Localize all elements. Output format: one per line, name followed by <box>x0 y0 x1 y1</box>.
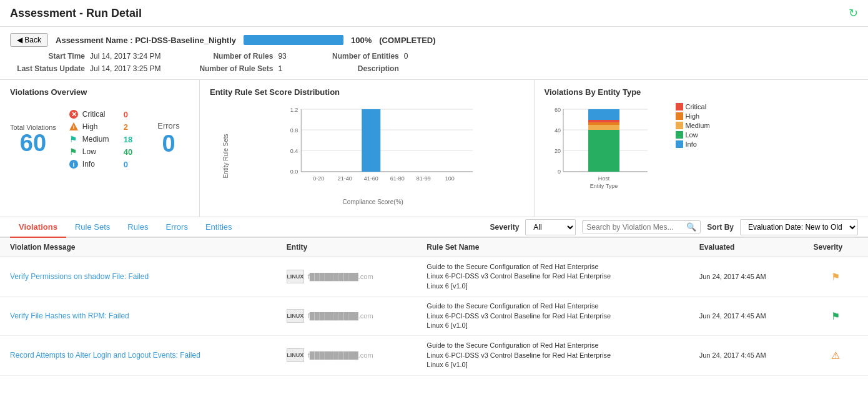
last-status-value: Jul 14, 2017 3:25 PM <box>90 64 160 73</box>
svg-text:0: 0 <box>557 169 560 175</box>
ruleset-text-0: Guide to the Secure Configuration of Red… <box>427 262 614 291</box>
svg-text:81-99: 81-99 <box>417 175 431 182</box>
num-entities-value: 0 <box>404 52 408 61</box>
entity-icon-1: LINUX <box>287 309 304 323</box>
search-input[interactable] <box>586 223 686 232</box>
back-button[interactable]: ◀ Back <box>10 33 48 47</box>
cell-ruleset-1: Guide to the Secure Configuration of Red… <box>417 297 689 336</box>
errors-box: Errors 0 <box>145 121 179 157</box>
errors-count: 0 <box>157 130 179 157</box>
total-violations-count: 60 <box>10 131 56 155</box>
sev-count-high: 2 <box>124 122 128 132</box>
legend-color-medium <box>676 122 683 129</box>
svg-rect-41 <box>588 120 619 122</box>
entity-chart-container: 0 20 40 60 <box>545 103 859 200</box>
legend-color-low <box>676 131 683 139</box>
sev-count-critical: 0 <box>124 110 128 119</box>
tab-violations[interactable]: Violations <box>10 217 66 238</box>
legend-color-critical <box>676 103 683 110</box>
search-box: 🔍 <box>582 220 701 233</box>
cell-severity-2: ⚠ <box>804 336 869 375</box>
violation-link-0[interactable]: Verify Permissions on shadow File: Faile… <box>10 272 149 281</box>
meta-group-right: Number of Entities 0 Description <box>324 52 408 73</box>
cell-ruleset-2: Guide to the Secure Configuration of Red… <box>417 336 689 375</box>
tab-entities[interactable]: Entities <box>197 217 241 238</box>
info-icon: i <box>69 159 79 169</box>
severity-item-info: i Info 0 <box>69 159 132 169</box>
tab-filters: Severity AllCriticalHighMediumLowInfo 🔍 … <box>490 219 858 235</box>
legend-item-low: Low <box>676 131 710 139</box>
entity-icon-2: LINUX <box>287 348 304 362</box>
sev-count-medium: 18 <box>124 135 132 144</box>
tab-rulesets[interactable]: Rule Sets <box>66 217 119 238</box>
medium-icon: ⚑ <box>69 134 77 144</box>
sev-label-info: Info <box>82 160 120 169</box>
high-icon: ! <box>69 122 79 132</box>
col-header-message: Violation Message <box>0 238 277 257</box>
col-header-ruleset: Rule Set Name <box>417 238 689 257</box>
last-status-label: Last Status Update <box>10 64 85 73</box>
cell-entity-2: LINUX f██████████.com <box>277 336 417 375</box>
sev-count-info: 0 <box>124 160 128 169</box>
legend-color-high <box>676 112 683 120</box>
svg-text:Host: Host <box>598 175 609 182</box>
num-rulesets-value: 1 <box>278 64 282 73</box>
severity-flag-2: ⚠ <box>831 350 840 361</box>
num-rulesets-label: Number of Rule Sets <box>198 64 273 73</box>
num-rules-item: Number of Rules 93 <box>198 52 286 61</box>
cell-evaluated-1: Jun 24, 2017 4:45 AM <box>689 297 804 336</box>
legend-label-critical: Critical <box>686 103 707 110</box>
svg-text:0.4: 0.4 <box>290 148 298 154</box>
svg-text:0.0: 0.0 <box>290 169 298 175</box>
severity-list: ✕ Critical 0 ! High 2 ⚑ Medium 18 ⚑ Low … <box>69 109 132 169</box>
svg-rect-38 <box>588 130 619 172</box>
tabs-bar: ViolationsRule SetsRulesErrorsEntities S… <box>0 217 868 238</box>
legend-label-high: High <box>686 112 700 120</box>
ruleset-text-2: Guide to the Secure Configuration of Red… <box>427 341 614 370</box>
svg-text:20: 20 <box>554 148 560 154</box>
evaluated-text-1: Jun 24, 2017 4:45 AM <box>699 312 766 320</box>
severity-filter-label: Severity <box>490 223 520 232</box>
table-header-row: Violation Message Entity Rule Set Name E… <box>0 238 868 257</box>
low-icon: ⚑ <box>69 147 77 157</box>
num-rules-label: Number of Rules <box>198 52 273 61</box>
evaluated-text-2: Jun 24, 2017 4:45 AM <box>699 351 766 359</box>
entity-name-0: f██████████.com <box>308 273 373 280</box>
top-bar: ◀ Back Assessment Name : PCI-DSS-Baselin… <box>0 27 868 80</box>
entity-type-svg: 0 20 40 60 <box>545 103 669 200</box>
score-distribution-title: Entity Rule Set Score Distribution <box>210 87 524 97</box>
severity-filter-select[interactable]: AllCriticalHighMediumLowInfo <box>525 219 576 235</box>
sort-select[interactable]: Evaluation Date: New to Old Evaluation D… <box>740 219 858 235</box>
num-entities-label: Number of Entities <box>324 52 399 61</box>
entity-name-1: f██████████.com <box>308 312 373 320</box>
cell-severity-1: ⚑ <box>804 297 869 336</box>
violations-table-container: Violation Message Entity Rule Set Name E… <box>0 238 868 376</box>
cell-evaluated-2: Jun 24, 2017 4:45 AM <box>689 336 804 375</box>
last-status-item: Last Status Update Jul 14, 2017 3:25 PM <box>10 64 160 73</box>
svg-text:41-60: 41-60 <box>364 175 378 182</box>
table-row: Record Attempts to Alter Login and Logou… <box>0 336 868 375</box>
num-entities-item: Number of Entities 0 <box>324 52 408 61</box>
violation-link-2[interactable]: Record Attempts to Alter Login and Logou… <box>10 351 200 360</box>
cell-evaluated-0: Jun 24, 2017 4:45 AM <box>689 257 804 297</box>
svg-text:Entity Type: Entity Type <box>589 183 617 189</box>
legend-label-low: Low <box>686 131 698 139</box>
severity-item-critical: ✕ Critical 0 <box>69 109 132 119</box>
col-header-entity: Entity <box>277 238 417 257</box>
num-rulesets-item: Number of Rule Sets 1 <box>198 64 286 73</box>
assessment-name-label: Assessment Name : PCI-DSS-Baseline_Night… <box>56 36 236 45</box>
meta-row: Start Time Jul 14, 2017 3:24 PM Last Sta… <box>10 52 858 73</box>
refresh-icon[interactable]: ↻ <box>849 6 858 20</box>
sev-label-critical: Critical <box>82 110 120 119</box>
tab-rules[interactable]: Rules <box>119 217 157 238</box>
progress-bar-container <box>244 35 343 45</box>
violations-overview-content: Total Violations 60 ✕ Critical 0 ! High … <box>10 103 189 175</box>
legend-label-medium: Medium <box>686 122 710 129</box>
svg-text:0.8: 0.8 <box>290 127 298 134</box>
ruleset-text-1: Guide to the Secure Configuration of Red… <box>427 302 614 330</box>
total-violations-box: Total Violations 60 <box>10 124 56 155</box>
violation-link-1[interactable]: Verify File Hashes with RPM: Failed <box>10 311 129 320</box>
start-time-label: Start Time <box>10 52 85 61</box>
num-rules-value: 93 <box>278 52 286 61</box>
tab-errors[interactable]: Errors <box>157 217 197 238</box>
